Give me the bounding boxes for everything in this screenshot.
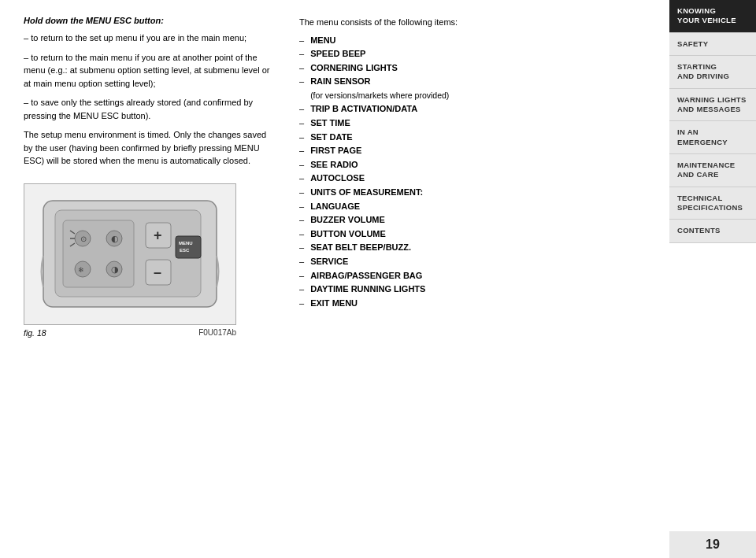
menu-item: –CORNERING LIGHTS (299, 61, 662, 76)
menu-item: –FIRST PAGE (299, 144, 662, 158)
dash: – (299, 144, 304, 158)
menu-item: –SEE RADIO (299, 158, 662, 172)
dash: – (299, 47, 304, 61)
dash: – (299, 297, 304, 311)
menu-item-text: SPEED BEEP (310, 47, 365, 61)
figure-area: ⊙ ◐ ❄ ◑ + MENU (24, 183, 276, 338)
menu-item-text: CORNERING LIGHTS (310, 61, 398, 76)
menu-item-text: LANGUAGE (310, 200, 360, 214)
menu-item: –BUZZER VOLUME (299, 213, 662, 227)
menu-item: –UNITS OF MEASUREMENT: (299, 186, 662, 200)
dash: – (299, 213, 304, 227)
menu-item-text: SEE RADIO (310, 158, 358, 172)
menu-item-text: SEAT BELT BEEP/BUZZ. (310, 241, 411, 255)
dash: – (299, 158, 304, 172)
svg-rect-2 (63, 220, 134, 287)
svg-text:◑: ◑ (111, 264, 119, 274)
dash: – (299, 283, 304, 297)
section-heading: Hold down the MENU ESC button: (24, 16, 276, 25)
svg-text:ESC: ESC (180, 248, 190, 253)
sidebar-item-7[interactable]: CONTENTS (669, 220, 756, 242)
sidebar-spacer (669, 243, 756, 531)
figure-label: fig. 18 (24, 328, 46, 338)
svg-text:⊙: ⊙ (80, 235, 87, 243)
svg-rect-16 (176, 236, 201, 258)
dash: – (299, 172, 304, 186)
dash: – (299, 116, 304, 131)
menu-item-text: UNITS OF MEASUREMENT: (310, 186, 423, 200)
dash: – (299, 34, 304, 48)
menu-item: –TRIP B ACTIVATION/DATA (299, 102, 662, 116)
menu-item: –BUTTON VOLUME (299, 227, 662, 242)
svg-text:–: – (154, 264, 161, 280)
para-1: – to return to the set up menu if you ar… (24, 31, 276, 45)
para-4: The setup menu environment is timed. Onl… (24, 128, 276, 168)
menu-item-text: SERVICE (310, 255, 348, 269)
menu-item-text: EXIT MENU (310, 297, 358, 311)
svg-text:+: + (154, 227, 162, 243)
menu-item-text: SET DATE (310, 131, 353, 145)
menu-item-text: RAIN SENSOR(for versions/markets where p… (310, 75, 449, 102)
sidebar-item-2[interactable]: STARTING AND DRIVING (669, 56, 756, 89)
svg-text:MENU: MENU (179, 241, 193, 246)
menu-item-text: SET TIME (310, 116, 350, 131)
controls-illustration: ⊙ ◐ ❄ ◑ + MENU (35, 193, 224, 315)
para-2: – to return to the main menu if you are … (24, 51, 276, 91)
dash: – (299, 255, 304, 269)
menu-item: –SET DATE (299, 131, 662, 145)
svg-text:❄: ❄ (78, 266, 84, 274)
dash: – (299, 102, 304, 116)
menu-item: –AIRBAG/PASSENGER BAG (299, 269, 662, 283)
para-3: – to save only the settings already stor… (24, 96, 276, 122)
dash: – (299, 61, 304, 76)
menu-item-text: TRIP B ACTIVATION/DATA (310, 102, 417, 116)
page-number: 19 (669, 531, 756, 558)
dash: – (299, 186, 304, 200)
dash: – (299, 131, 304, 145)
sidebar-item-0[interactable]: KNOWING YOUR VEHICLE (669, 0, 756, 33)
menu-item-text: AUTOCLOSE (310, 172, 365, 186)
sidebar-item-5[interactable]: MAINTENANCE AND CARE (669, 154, 756, 187)
figure-code: F0U017Ab (198, 328, 236, 337)
menu-item: –LANGUAGE (299, 200, 662, 214)
dash: – (299, 75, 304, 89)
sidebar-item-1[interactable]: SAFETY (669, 33, 756, 56)
menu-list: –MENU–SPEED BEEP–CORNERING LIGHTS–RAIN S… (299, 34, 662, 311)
menu-item: –SEAT BELT BEEP/BUZZ. (299, 241, 662, 255)
dash: – (299, 227, 304, 242)
menu-item-text: DAYTIME RUNNING LIGHTS (310, 283, 425, 297)
menu-item-text: BUTTON VOLUME (310, 227, 386, 242)
dash: – (299, 200, 304, 214)
menu-item: –SET TIME (299, 116, 662, 131)
right-column: The menu consists of the following items… (291, 16, 662, 550)
menu-item: –RAIN SENSOR(for versions/markets where … (299, 75, 662, 102)
dash: – (299, 241, 304, 255)
figure-caption: fig. 18 F0U017Ab (24, 328, 236, 338)
figure-image: ⊙ ◐ ❄ ◑ + MENU (24, 183, 236, 325)
menu-intro: The menu consists of the following items… (299, 16, 662, 29)
menu-item: –DAYTIME RUNNING LIGHTS (299, 283, 662, 297)
menu-item-text: BUZZER VOLUME (310, 213, 385, 227)
menu-item: –SERVICE (299, 255, 662, 269)
menu-item-text: FIRST PAGE (310, 144, 361, 158)
svg-text:◐: ◐ (111, 234, 119, 243)
sidebar-item-4[interactable]: IN AN EMERGENCY (669, 121, 756, 154)
left-column: Hold down the MENU ESC button: – to retu… (24, 16, 291, 550)
main-content: Hold down the MENU ESC button: – to retu… (0, 0, 669, 558)
sidebar: KNOWING YOUR VEHICLESAFETYSTARTING AND D… (669, 0, 756, 558)
menu-item: –AUTOCLOSE (299, 172, 662, 186)
menu-item: –SPEED BEEP (299, 47, 662, 61)
sidebar-item-6[interactable]: TECHNICAL SPECIFICATIONS (669, 187, 756, 220)
menu-item: –EXIT MENU (299, 297, 662, 311)
sidebar-item-3[interactable]: WARNING LIGHTS AND MESSAGES (669, 89, 756, 122)
menu-item: –MENU (299, 34, 662, 48)
menu-item-text: MENU (310, 34, 335, 48)
dash: – (299, 269, 304, 283)
menu-item-text: AIRBAG/PASSENGER BAG (310, 269, 422, 283)
